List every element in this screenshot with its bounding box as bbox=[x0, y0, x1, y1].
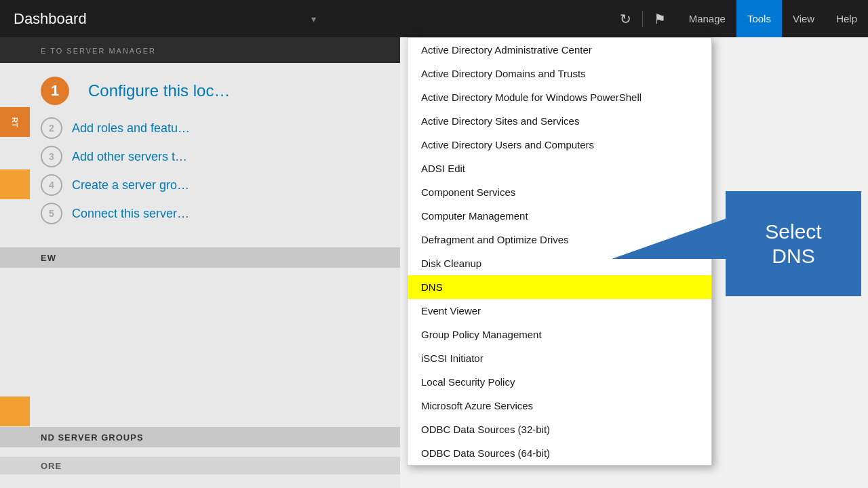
dropdown-item-6[interactable]: Component Services bbox=[408, 180, 711, 204]
rt-label: RT bbox=[11, 117, 19, 127]
menu-view[interactable]: View bbox=[782, 0, 825, 37]
toolbar-icons: ↻ ⚑ bbox=[614, 8, 678, 30]
section-label-bottom: ND SERVER GROUPS bbox=[0, 427, 400, 447]
steps-list: 2 Add roles and featu… 3 Add other serve… bbox=[0, 109, 400, 232]
refresh-icon: ↻ bbox=[620, 11, 631, 27]
menu-bar: Manage Tools View Help bbox=[678, 0, 868, 37]
step-3-label[interactable]: Add other servers t… bbox=[72, 150, 187, 164]
welcome-banner: E TO SERVER MANAGER bbox=[0, 37, 400, 63]
dropdown-item-17[interactable]: ODBC Data Sources (64-bit) bbox=[408, 441, 711, 465]
bottom-label: ND SERVER GROUPS bbox=[41, 432, 144, 443]
step-3-circle: 3 bbox=[41, 146, 62, 167]
dropdown-item-15[interactable]: Microsoft Azure Services bbox=[408, 394, 711, 418]
step-2-circle: 2 bbox=[41, 117, 62, 139]
dropdown-item-16[interactable]: ODBC Data Sources (32-bit) bbox=[408, 418, 711, 441]
welcome-subtitle: E TO SERVER MANAGER bbox=[41, 47, 384, 55]
dropdown-item-3[interactable]: Active Directory Sites and Services bbox=[408, 109, 711, 133]
quick-start-header: 1 Configure this loc… bbox=[0, 63, 400, 109]
callout-box: SelectDNS bbox=[726, 191, 861, 296]
menu-tools[interactable]: Tools bbox=[736, 0, 782, 37]
ew-label: EW bbox=[41, 253, 56, 263]
dropdown-item-12[interactable]: Group Policy Management bbox=[408, 323, 711, 346]
orange-accent-bot bbox=[0, 396, 30, 426]
step-4-circle: 4 bbox=[41, 174, 62, 196]
app-title: Dashboard bbox=[0, 10, 307, 28]
dropdown-item-10[interactable]: DNS bbox=[408, 275, 711, 299]
menu-manage[interactable]: Manage bbox=[678, 0, 736, 37]
step-3-item: 3 Add other servers t… bbox=[41, 146, 384, 167]
dropdown-item-11[interactable]: Event Viewer bbox=[408, 299, 711, 323]
callout-text: SelectDNS bbox=[765, 220, 821, 268]
section-label-ore: ORE bbox=[0, 457, 400, 474]
dropdown-item-1[interactable]: Active Directory Domains and Trusts bbox=[408, 62, 711, 85]
dropdown-item-14[interactable]: Local Security Policy bbox=[408, 370, 711, 394]
step-5-item: 5 Connect this server… bbox=[41, 203, 384, 224]
step-1-circle: 1 bbox=[41, 77, 69, 105]
step-2-label[interactable]: Add roles and featu… bbox=[72, 121, 190, 136]
dropdown-item-0[interactable]: Active Directory Administrative Center bbox=[408, 38, 711, 62]
rt-accent: RT bbox=[0, 107, 30, 137]
section-label-ew: EW bbox=[0, 247, 400, 268]
step-5-label[interactable]: Connect this server… bbox=[72, 207, 189, 221]
dropdown-item-13[interactable]: iSCSI Initiator bbox=[408, 346, 711, 370]
left-panel: E TO SERVER MANAGER 1 Configure this loc… bbox=[0, 37, 400, 488]
title-dropdown-arrow[interactable]: ▾ bbox=[307, 14, 320, 24]
step-4-item: 4 Create a server gro… bbox=[41, 174, 384, 196]
step-4-label[interactable]: Create a server gro… bbox=[72, 178, 189, 192]
toolbar-divider bbox=[642, 11, 643, 27]
ore-label: ORE bbox=[41, 461, 62, 471]
dropdown-item-2[interactable]: Active Directory Module for Windows Powe… bbox=[408, 85, 711, 109]
dropdown-item-4[interactable]: Active Directory Users and Computers bbox=[408, 133, 711, 157]
refresh-button[interactable]: ↻ bbox=[614, 8, 637, 30]
dropdown-item-5[interactable]: ADSI Edit bbox=[408, 157, 711, 180]
step-1-label[interactable]: Configure this loc… bbox=[88, 81, 230, 100]
flag-icon: ⚑ bbox=[654, 11, 666, 27]
menu-help[interactable]: Help bbox=[825, 0, 868, 37]
step-2-item: 2 Add roles and featu… bbox=[41, 117, 384, 139]
step-5-circle: 5 bbox=[41, 203, 62, 224]
orange-accent-mid bbox=[0, 169, 30, 199]
flag-button[interactable]: ⚑ bbox=[648, 8, 671, 30]
title-bar: Dashboard ▾ ↻ ⚑ Manage Tools View Help bbox=[0, 0, 868, 37]
callout-arrow bbox=[612, 218, 727, 259]
